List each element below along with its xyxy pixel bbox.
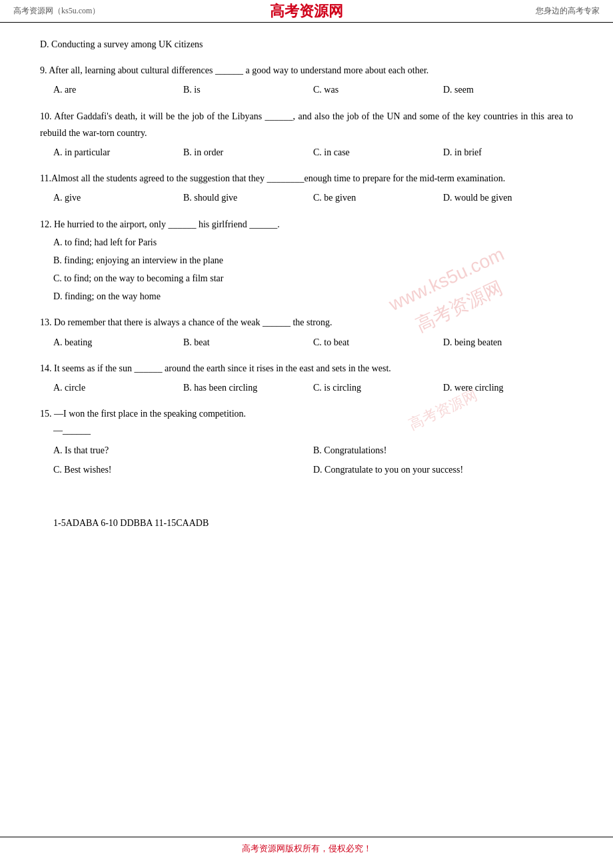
q14-options: A. circle B. has been circling C. is cir… — [40, 379, 573, 396]
q13-option-a: A. beating — [53, 334, 183, 351]
q13-options: A. beating B. beat C. to beat D. being b… — [40, 334, 573, 351]
q15-text-line2: —______ — [40, 422, 573, 439]
q13-text: 13. Do remember that there is always a c… — [40, 314, 573, 331]
q14-text: 14. It seems as if the sun ______ around… — [40, 360, 573, 377]
q15-option-c: C. Best wishes! — [53, 461, 313, 478]
q9-options: A. are B. is C. was D. seem — [40, 81, 573, 98]
q13-option-b: B. beat — [183, 334, 313, 351]
q11-options: A. give B. should give C. be given D. wo… — [40, 189, 573, 206]
q14-option-b: B. has been circling — [183, 379, 313, 396]
q15-option-d: D. Congratulate to you on your success! — [313, 461, 573, 478]
q14-option-a: A. circle — [53, 379, 183, 396]
footer-text: 高考资源网版权所有，侵权必究！ — [242, 843, 372, 853]
q10-option-c: C. in case — [313, 144, 443, 161]
q11-option-d: D. would be given — [443, 189, 573, 206]
q12-option-c: C. to find; on the way to becoming a fil… — [40, 270, 573, 287]
main-content: D. Conducting a survey among UK citizens… — [0, 23, 613, 542]
q10-text: 10. After Gaddafi's death, it will be th… — [40, 108, 573, 141]
q15-option-b: B. Congratulations! — [313, 442, 573, 459]
q11-option-a: A. give — [53, 189, 183, 206]
q15-text-line1: 15. —I won the first place in the speaki… — [40, 405, 573, 422]
question-10: 10. After Gaddafi's death, it will be th… — [40, 108, 573, 161]
page-footer: 高考资源网版权所有，侵权必究！ — [0, 837, 613, 855]
question-11: 11.Almost all the students agreed to the… — [40, 170, 573, 206]
q15-options-bottom: C. Best wishes! D. Congratulate to you o… — [40, 461, 573, 478]
q14-option-c: C. is circling — [313, 379, 443, 396]
q15-options-top: A. Is that true? B. Congratulations! — [40, 442, 573, 459]
q12-option-b: B. finding; enjoying an interview in the… — [40, 252, 573, 269]
question-12: 12. He hurried to the airport, only ____… — [40, 216, 573, 305]
answer-key: 1-5ADABA 6-10 DDBBA 11-15CAADB — [40, 518, 573, 529]
q13-option-d: D. being beaten — [443, 334, 573, 351]
q13-option-c: C. to beat — [313, 334, 443, 351]
question-14: 14. It seems as if the sun ______ around… — [40, 360, 573, 396]
q12-option-a: A. to find; had left for Paris — [40, 234, 573, 251]
header-left: 高考资源网（ks5u.com） — [13, 5, 100, 17]
q11-option-c: C. be given — [313, 189, 443, 206]
q9-option-a: A. are — [53, 81, 183, 98]
site-title: 高考资源网 — [270, 1, 343, 21]
q11-option-b: B. should give — [183, 189, 313, 206]
q15-option-a: A. Is that true? — [53, 442, 313, 459]
q10-options: A. in particular B. in order C. in case … — [40, 144, 573, 161]
page-header: 高考资源网（ks5u.com） 高考资源网 您身边的高考专家 — [0, 0, 613, 23]
q10-option-d: D. in brief — [443, 144, 573, 161]
q9-text: 9. After all, learning about cultural di… — [40, 62, 573, 79]
header-right: 您身边的高考专家 — [536, 5, 600, 17]
d-option-block: D. Conducting a survey among UK citizens — [40, 36, 573, 53]
q10-option-b: B. in order — [183, 144, 313, 161]
q14-option-d: D. were circling — [443, 379, 573, 396]
q9-option-d: D. seem — [443, 81, 573, 98]
question-13: 13. Do remember that there is always a c… — [40, 314, 573, 350]
q12-option-d: D. finding; on the way home — [40, 288, 573, 305]
answer-key-text: 1-5ADABA 6-10 DDBBA 11-15CAADB — [53, 518, 209, 528]
d-option-text: D. Conducting a survey among UK citizens — [40, 36, 573, 53]
question-9: 9. After all, learning about cultural di… — [40, 62, 573, 98]
q9-option-b: B. is — [183, 81, 313, 98]
q9-option-c: C. was — [313, 81, 443, 98]
q10-option-a: A. in particular — [53, 144, 183, 161]
q12-text: 12. He hurried to the airport, only ____… — [40, 216, 573, 233]
question-15: 15. —I won the first place in the speaki… — [40, 405, 573, 478]
q11-text: 11.Almost all the students agreed to the… — [40, 170, 573, 187]
